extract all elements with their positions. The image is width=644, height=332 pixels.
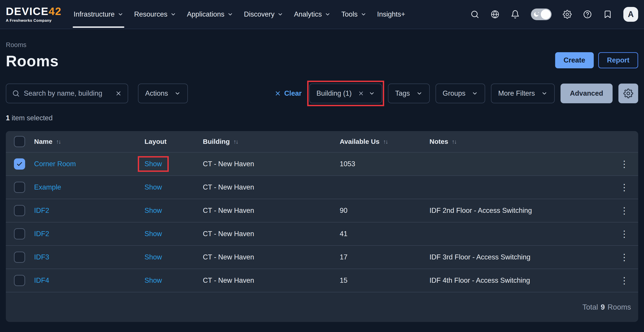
row-menu-kebab-icon[interactable]: ⋮: [620, 160, 629, 168]
nav-utility-icons: A: [470, 7, 638, 22]
chevron-down-icon: [325, 11, 330, 17]
actions-label: Actions: [145, 89, 168, 97]
nav-item-label: Tools: [341, 10, 358, 18]
layout-show-link[interactable]: Show: [144, 253, 162, 261]
advanced-button[interactable]: Advanced: [560, 84, 612, 103]
building-filter-dropdown[interactable]: Building (1): [309, 84, 382, 103]
chevron-down-icon: [369, 90, 375, 97]
layout-show-link[interactable]: Show: [144, 183, 162, 191]
column-label: Building: [203, 138, 230, 145]
selection-status: 1 item selected: [0, 114, 644, 122]
nav-item-label: Resources: [134, 10, 168, 18]
notes-cell: IDF 3rd Floor - Access Switching: [430, 253, 607, 261]
building-cell: CT - New Haven: [203, 183, 340, 191]
create-button[interactable]: Create: [555, 52, 594, 68]
room-name-link[interactable]: IDF2: [34, 230, 49, 238]
toggle-knob: [541, 9, 551, 19]
report-button[interactable]: Report: [598, 52, 638, 68]
clear-filters-button[interactable]: Clear: [274, 89, 302, 97]
nav-item-resources[interactable]: Resources: [129, 0, 182, 29]
row-checkbox[interactable]: [14, 182, 25, 193]
select-all-checkbox[interactable]: [14, 136, 25, 147]
nav-item-applications[interactable]: Applications: [182, 0, 238, 29]
moon-icon: [533, 11, 540, 18]
column-header-name[interactable]: Name ↑↓: [34, 138, 144, 145]
nav-item-insights[interactable]: Insights+: [372, 0, 411, 29]
help-icon[interactable]: [583, 10, 592, 19]
chevron-down-icon: [541, 90, 548, 97]
nav-item-analytics[interactable]: Analytics: [288, 0, 336, 29]
device42-logo[interactable]: DEVICE42 A Freshworks Company: [6, 6, 62, 23]
dark-mode-toggle[interactable]: [531, 8, 552, 20]
layout-show-link[interactable]: Show: [144, 206, 162, 214]
globe-icon[interactable]: [490, 10, 500, 19]
column-header-building[interactable]: Building ↑↓: [203, 138, 340, 145]
building-cell: CT - New Haven: [203, 160, 340, 168]
clear-search-icon[interactable]: [115, 90, 122, 97]
notifications-bell-icon[interactable]: [511, 10, 520, 19]
nav-item-label: Applications: [187, 10, 224, 18]
search-box[interactable]: [6, 84, 128, 103]
row-menu-kebab-icon[interactable]: ⋮: [620, 206, 629, 215]
row-checkbox[interactable]: [14, 275, 25, 286]
chevron-down-icon: [118, 11, 124, 17]
sort-icon: ↑↓: [56, 138, 60, 145]
column-header-notes[interactable]: Notes ↑↓: [430, 138, 607, 145]
groups-label: Groups: [443, 89, 466, 97]
total-suffix: Rooms: [608, 303, 631, 311]
row-checkbox-checked[interactable]: [14, 158, 25, 169]
chevron-down-icon: [174, 90, 181, 97]
room-name-link[interactable]: IDF2: [34, 206, 49, 214]
search-input[interactable]: [24, 89, 111, 97]
room-name-link[interactable]: Example: [34, 183, 61, 191]
groups-filter-dropdown[interactable]: Groups: [436, 84, 485, 103]
chevron-down-icon: [277, 11, 283, 17]
room-name-link[interactable]: Corner Room: [34, 160, 76, 168]
selection-label: item selected: [12, 114, 53, 122]
filter-toolbar: Actions Clear Building (1) Tags Groups M…: [0, 84, 644, 103]
breadcrumb[interactable]: Rooms: [6, 41, 58, 49]
building-cell: CT - New Haven: [203, 206, 340, 215]
row-checkbox[interactable]: [14, 205, 25, 216]
room-name-link[interactable]: IDF4: [34, 276, 49, 284]
room-name-link[interactable]: IDF3: [34, 253, 49, 261]
chevron-down-icon: [472, 90, 478, 97]
search-icon: [12, 90, 20, 97]
x-icon: [274, 90, 281, 97]
available-cell: 90: [340, 206, 430, 215]
more-filters-label: More Filters: [498, 89, 535, 97]
logo-accent-text: 42: [49, 5, 62, 17]
row-checkbox[interactable]: [14, 252, 25, 263]
more-filters-dropdown[interactable]: More Filters: [491, 84, 555, 103]
settings-gear-icon[interactable]: [563, 10, 572, 19]
table-settings-gear-button[interactable]: [618, 84, 638, 103]
available-cell: 1053: [340, 160, 430, 168]
nav-item-discovery[interactable]: Discovery: [238, 0, 288, 29]
layout-show-link[interactable]: Show: [144, 276, 162, 284]
column-header-available[interactable]: Available Us ↑↓: [340, 138, 430, 145]
nav-item-tools[interactable]: Tools: [336, 0, 372, 29]
nav-item-infrastructure[interactable]: Infrastructure: [68, 0, 129, 29]
actions-dropdown[interactable]: Actions: [138, 84, 188, 103]
user-avatar[interactable]: A: [623, 7, 638, 22]
tags-label: Tags: [395, 89, 410, 97]
remove-building-filter-icon[interactable]: [358, 90, 364, 97]
building-cell: CT - New Haven: [203, 230, 340, 238]
row-checkbox[interactable]: [14, 228, 25, 239]
active-tab-indicator: [73, 26, 124, 28]
bookmark-icon[interactable]: [603, 10, 612, 19]
row-menu-kebab-icon[interactable]: ⋮: [620, 229, 629, 238]
chevron-down-icon: [227, 11, 233, 17]
logo-subtitle: A Freshworks Company: [6, 18, 62, 23]
row-menu-kebab-icon[interactable]: ⋮: [620, 253, 629, 262]
selection-count: 1: [6, 114, 10, 122]
row-menu-kebab-icon[interactable]: ⋮: [620, 183, 629, 192]
tags-filter-dropdown[interactable]: Tags: [388, 84, 430, 103]
row-menu-kebab-icon[interactable]: ⋮: [620, 276, 629, 285]
column-label: Available Us: [340, 138, 380, 145]
search-icon[interactable]: [470, 10, 479, 19]
layout-show-link[interactable]: Show: [144, 160, 162, 168]
layout-show-link[interactable]: Show: [144, 230, 162, 238]
total-label: Total: [582, 303, 598, 311]
sort-icon: ↑↓: [452, 138, 456, 145]
